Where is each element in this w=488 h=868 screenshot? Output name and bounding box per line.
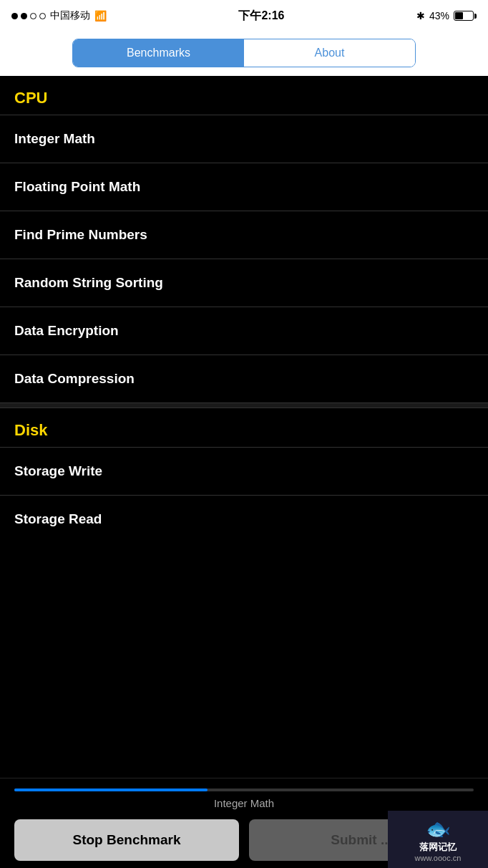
watermark-url: www.oooc.cn xyxy=(415,854,462,862)
disk-section-title: Disk xyxy=(14,421,47,439)
watermark-icon: 🐟 xyxy=(426,817,451,841)
item-prime: Find Prime Numbers xyxy=(14,227,147,242)
dot-4 xyxy=(39,13,46,19)
tab-about[interactable]: About xyxy=(244,39,415,67)
wifi-icon: 📶 xyxy=(94,10,107,21)
list-item[interactable]: Find Prime Numbers xyxy=(0,211,488,259)
item-integer-math: Integer Math xyxy=(14,131,95,146)
segment-wrapper: Benchmarks About xyxy=(72,39,416,67)
item-storage-read: Storage Read xyxy=(14,511,102,526)
signal-dots xyxy=(11,13,46,19)
progress-bar-container xyxy=(14,789,474,791)
item-storage-write: Storage Write xyxy=(14,463,102,478)
watermark: 🐟 落网记忆 www.oooc.cn xyxy=(388,811,488,868)
list-item[interactable]: Storage Read xyxy=(0,495,488,543)
segmented-control: Benchmarks About xyxy=(0,32,488,76)
battery-percent: 43% xyxy=(429,10,449,21)
status-time: 下午2:16 xyxy=(238,9,284,24)
tab-benchmarks[interactable]: Benchmarks xyxy=(73,39,244,67)
status-left: 中国移动 📶 xyxy=(11,9,107,22)
content-area: CPU Integer Math Floating Point Math Fin… xyxy=(0,76,488,672)
status-right: ✱ 43% xyxy=(416,10,477,21)
progress-bar-fill xyxy=(14,789,208,791)
status-bar: 中国移动 📶 下午2:16 ✱ 43% xyxy=(0,0,488,32)
carrier-text: 中国移动 xyxy=(50,9,90,22)
list-item[interactable]: Integer Math xyxy=(0,115,488,163)
cpu-section-title: CPU xyxy=(14,89,47,107)
item-encryption: Data Encryption xyxy=(14,323,119,338)
dot-1 xyxy=(11,13,18,19)
item-float-math: Floating Point Math xyxy=(14,179,140,194)
progress-label: Integer Math xyxy=(14,797,474,809)
list-item[interactable]: Data Encryption xyxy=(0,307,488,355)
dot-2 xyxy=(21,13,27,19)
item-string-sort: Random String Sorting xyxy=(14,275,163,290)
battery-fill xyxy=(455,12,463,19)
battery-tip xyxy=(474,14,477,19)
dot-3 xyxy=(30,13,36,19)
disk-section-header: Disk xyxy=(0,408,488,447)
section-separator xyxy=(0,402,488,408)
item-compression: Data Compression xyxy=(14,371,135,386)
battery-indicator xyxy=(454,11,477,21)
watermark-text: 落网记忆 xyxy=(419,841,457,854)
battery-body xyxy=(454,11,474,21)
list-item[interactable]: Storage Write xyxy=(0,447,488,495)
bluetooth-icon: ✱ xyxy=(416,10,425,21)
stop-benchmark-button[interactable]: Stop Benchmark xyxy=(14,819,239,861)
list-item[interactable]: Floating Point Math xyxy=(0,163,488,211)
list-item[interactable]: Data Compression xyxy=(0,355,488,402)
cpu-section-header: CPU xyxy=(0,76,488,115)
list-item[interactable]: Random String Sorting xyxy=(0,259,488,307)
